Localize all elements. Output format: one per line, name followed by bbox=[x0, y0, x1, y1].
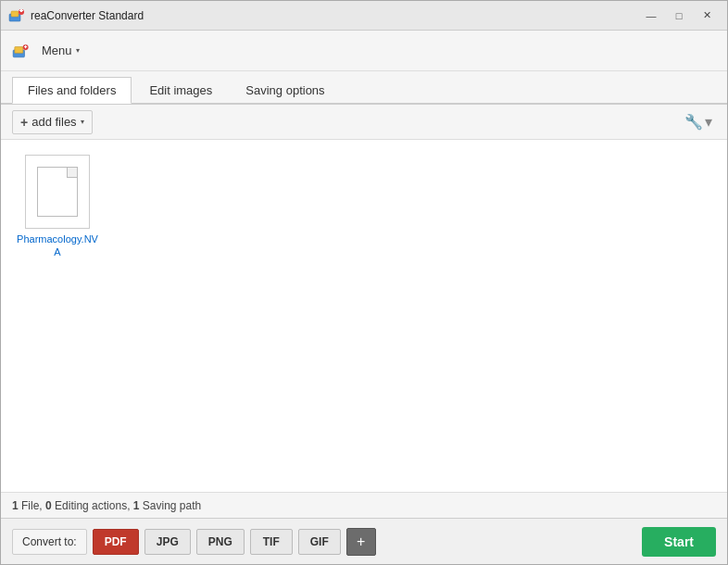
menu-dropdown-arrow: ▾ bbox=[76, 46, 80, 55]
menu-label: Menu bbox=[42, 44, 72, 57]
file-item[interactable]: Pharmacology.NVA bbox=[16, 155, 99, 259]
minimize-button[interactable]: — bbox=[638, 6, 664, 25]
maximize-button[interactable]: □ bbox=[666, 6, 692, 25]
tab-bar: Files and folders Edit images Saving opt… bbox=[1, 71, 727, 105]
svg-rect-6 bbox=[15, 46, 23, 53]
file-label: File, bbox=[21, 499, 43, 512]
tab-files[interactable]: Files and folders bbox=[12, 77, 132, 104]
toolbar-left: + add files ▾ bbox=[12, 110, 93, 134]
window-title: reaConverter Standard bbox=[31, 9, 638, 22]
file-page-icon bbox=[37, 167, 78, 217]
tab-saving[interactable]: Saving options bbox=[230, 77, 340, 103]
svg-rect-9 bbox=[25, 44, 26, 47]
files-toolbar: + add files ▾ 🔧 ▾ bbox=[1, 105, 727, 140]
svg-rect-1 bbox=[11, 11, 19, 17]
tab-edit-label: Edit images bbox=[149, 83, 212, 97]
menu-app-icon bbox=[12, 43, 29, 59]
format-tif-button[interactable]: TIF bbox=[250, 529, 293, 555]
editing-count: 0 bbox=[45, 499, 52, 512]
file-icon-wrapper bbox=[25, 155, 90, 229]
add-files-button[interactable]: + add files ▾ bbox=[12, 110, 93, 134]
tab-saving-label: Saving options bbox=[245, 83, 324, 97]
menu-button[interactable]: Menu ▾ bbox=[34, 40, 87, 61]
tab-files-label: Files and folders bbox=[28, 83, 116, 97]
saving-label: Saving path bbox=[143, 499, 201, 512]
convert-to-label: Convert to: bbox=[12, 529, 87, 555]
editing-label: Editing actions, bbox=[55, 499, 130, 512]
settings-dropdown-arrow: ▾ bbox=[705, 113, 712, 131]
add-format-button[interactable]: + bbox=[346, 528, 376, 556]
settings-wrench-icon: 🔧 bbox=[684, 113, 703, 131]
svg-rect-4 bbox=[20, 9, 22, 12]
file-area: Pharmacology.NVA bbox=[1, 140, 727, 492]
add-files-label: add files bbox=[31, 115, 76, 129]
format-jpg-button[interactable]: JPG bbox=[144, 529, 191, 555]
format-png-button[interactable]: PNG bbox=[196, 529, 245, 555]
window-controls: — □ ✕ bbox=[638, 6, 720, 25]
main-window: reaConverter Standard — □ ✕ Menu ▾ Files… bbox=[0, 0, 728, 565]
saving-count: 1 bbox=[133, 499, 140, 512]
statusbar: 1 File, 0 Editing actions, 1 Saving path bbox=[1, 492, 727, 518]
format-gif-button[interactable]: GIF bbox=[298, 529, 341, 555]
file-count: 1 bbox=[12, 499, 19, 512]
add-files-plus-icon: + bbox=[20, 115, 28, 130]
start-button[interactable]: Start bbox=[642, 527, 716, 557]
titlebar: reaConverter Standard — □ ✕ bbox=[1, 1, 727, 31]
settings-button[interactable]: 🔧 ▾ bbox=[681, 109, 716, 134]
toolbar-right: 🔧 ▾ bbox=[681, 109, 716, 134]
file-name: Pharmacology.NVA bbox=[16, 232, 99, 259]
tab-edit[interactable]: Edit images bbox=[133, 77, 228, 103]
format-pdf-button[interactable]: PDF bbox=[93, 529, 139, 555]
close-button[interactable]: ✕ bbox=[694, 6, 720, 25]
app-icon bbox=[8, 7, 25, 24]
menubar: Menu ▾ bbox=[1, 31, 727, 71]
bottombar: Convert to: PDF JPG PNG TIF GIF + Start bbox=[1, 518, 727, 564]
add-files-dropdown-arrow: ▾ bbox=[81, 118, 84, 126]
